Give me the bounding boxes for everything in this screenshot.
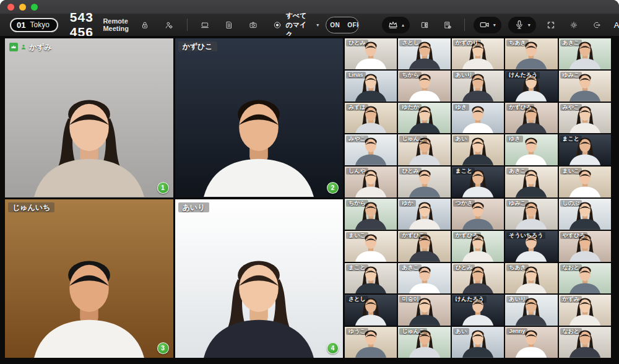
video-tile[interactable]: あきこ: [398, 263, 450, 294]
video-tile[interactable]: ひとみ: [345, 38, 397, 69]
document-alert-button[interactable]: [439, 17, 456, 33]
video-tile[interactable]: ゆたか: [398, 103, 450, 134]
video-tile[interactable]: けんたろう: [505, 71, 557, 102]
participant-name-label: あい: [453, 328, 469, 335]
participant-name-label: まこと: [560, 136, 582, 142]
video-camera-button[interactable]: ▾: [474, 17, 501, 33]
layout-grid-button[interactable]: [417, 17, 433, 33]
video-tile[interactable]: なおと: [559, 327, 611, 358]
exit-button[interactable]: [589, 17, 605, 33]
video-tile[interactable]: まこと: [345, 263, 397, 294]
video-tile[interactable]: さとし: [398, 38, 450, 69]
participant-name: なおと: [563, 265, 580, 271]
video-tile[interactable]: Linas: [345, 71, 397, 102]
participant-settings-button[interactable]: [161, 17, 177, 33]
video-tile[interactable]: かずみ1: [5, 38, 173, 197]
video-tile[interactable]: じゅんこ: [398, 134, 450, 165]
meeting-window: 01 Tokyo 543 456 Remote Meeting: [0, 0, 619, 364]
video-tile[interactable]: Jenny: [505, 327, 557, 358]
document-button[interactable]: [221, 17, 237, 33]
host-crown-icon: [387, 19, 399, 30]
video-tile[interactable]: じゅんこ: [398, 327, 450, 358]
video-tile[interactable]: かずひこ: [398, 231, 450, 262]
video-tile[interactable]: まいこ: [345, 231, 397, 262]
participant-name: みやこ: [563, 105, 580, 110]
chevron-down-icon: ▾: [528, 22, 530, 28]
video-tile[interactable]: かずひこ2: [175, 38, 344, 197]
video-tile[interactable]: 미승이: [398, 295, 450, 326]
participant-name-label: けんたろう: [506, 72, 540, 79]
video-tile[interactable]: けんたろう: [452, 295, 504, 326]
video-tile[interactable]: ゆき: [452, 103, 504, 134]
video-tile[interactable]: ゆみこ: [559, 71, 611, 102]
camera-button[interactable]: [245, 17, 261, 33]
video-tile[interactable]: あいり4: [175, 199, 344, 358]
video-tile[interactable]: かずひろ: [505, 103, 557, 134]
video-tile[interactable]: しのぶ: [559, 199, 611, 230]
microphone-button[interactable]: ▾: [508, 17, 536, 33]
video-tile[interactable]: つかさ: [452, 199, 504, 230]
video-tile[interactable]: あきこ: [559, 38, 611, 69]
mic-on-button[interactable]: ON: [326, 17, 344, 33]
video-tile[interactable]: さとし: [345, 295, 397, 326]
video-tile[interactable]: あい: [452, 327, 504, 358]
participant-name-label: やすひろ: [560, 232, 588, 239]
video-tile[interactable]: ゆうこ: [345, 327, 397, 358]
mic-onoff-toggle: ON OFF: [326, 17, 359, 33]
video-tile[interactable]: なおと: [559, 263, 611, 294]
video-tile[interactable]: かずみ: [559, 295, 611, 326]
participant-name-label: あい: [453, 136, 469, 142]
video-tile[interactable]: ひとみ: [452, 263, 504, 294]
participant-name: そういちろう: [509, 233, 543, 238]
lock-button[interactable]: [137, 17, 153, 33]
record-button[interactable]: [269, 17, 285, 33]
video-tile[interactable]: みずほ: [345, 103, 397, 134]
settings-button[interactable]: [566, 17, 582, 33]
video-tile[interactable]: ちあき: [505, 263, 557, 294]
participant-name: ひとみ: [456, 265, 473, 271]
video-tile[interactable]: あいり: [452, 71, 504, 102]
video-tile[interactable]: やすひろ: [559, 231, 611, 262]
participant-name: Jenny: [509, 329, 525, 334]
toolbar-right-group: すべてのマイク ▾ ON OFF ▴: [285, 11, 619, 39]
participant-name-label: かずひろ: [453, 232, 481, 239]
participant-name-label: ゆみこ: [506, 200, 529, 207]
video-tile[interactable]: ひとみ: [398, 167, 450, 197]
video-tile[interactable]: ちから: [345, 199, 397, 230]
main-video-grid: かずみ1 かずひこ2 じゅんいち3 あいり4: [5, 38, 343, 358]
video-tile[interactable]: まこと: [452, 167, 504, 197]
video-tile[interactable]: ゆき: [505, 134, 557, 165]
video-tile[interactable]: ゆみこ: [505, 199, 557, 230]
participant-name-label: かずのり: [453, 40, 481, 46]
screen-share-button[interactable]: [197, 17, 213, 33]
host-controls-button[interactable]: ▴: [382, 17, 410, 33]
video-tile[interactable]: みやこ: [559, 103, 611, 134]
video-tile[interactable]: そういちろう: [505, 231, 557, 262]
participant-name-label: ひとみ: [399, 168, 422, 175]
video-tile[interactable]: かずのり: [452, 38, 504, 69]
participant-name-label: かずひこ: [399, 232, 427, 239]
video-tile[interactable]: ちから: [398, 71, 450, 102]
fullscreen-button[interactable]: [543, 17, 559, 33]
video-tile[interactable]: ゆか: [398, 199, 450, 230]
video-tile[interactable]: あきこ: [505, 167, 557, 197]
video-camera-icon: [479, 19, 490, 30]
video-tile[interactable]: しんや: [345, 167, 397, 197]
participant-name: さとし: [402, 40, 419, 46]
video-tile[interactable]: あいり: [505, 295, 557, 326]
participant-name: あいり: [183, 204, 206, 211]
video-tile[interactable]: みやこ: [345, 134, 397, 165]
room-badge[interactable]: 01 Tokyo: [10, 18, 58, 32]
video-tile[interactable]: まいこ: [559, 167, 611, 197]
mic-selector-label: すべてのマイク: [285, 11, 313, 39]
mic-off-button[interactable]: OFF: [344, 17, 359, 33]
record-icon: [273, 19, 282, 31]
mic-selector[interactable]: すべてのマイク ▾: [285, 11, 319, 39]
participant-name-label: みやこ: [346, 136, 368, 142]
video-tile[interactable]: ちあき: [505, 38, 557, 69]
video-tile[interactable]: まこと: [559, 134, 611, 165]
participant-name-label: そういちろう: [506, 232, 545, 239]
video-tile[interactable]: じゅんいち3: [5, 199, 173, 358]
video-tile[interactable]: あい: [452, 134, 504, 165]
video-tile[interactable]: かずひろ: [452, 231, 504, 262]
